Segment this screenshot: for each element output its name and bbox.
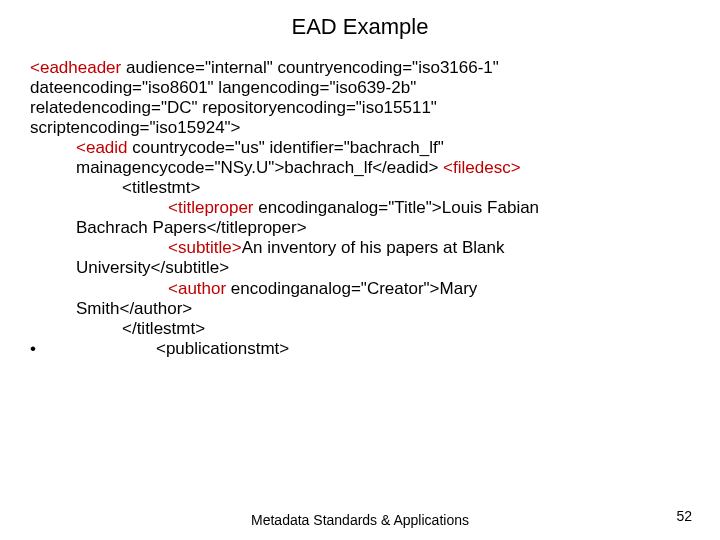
line-15: •<publicationstmt> — [30, 339, 690, 359]
tag-subtitle: <subtitle> — [168, 238, 242, 257]
footer: Metadata Standards & Applications 52 — [0, 512, 720, 528]
line-5: <eadid countrycode="us" identifier="bach… — [76, 138, 690, 158]
attrs-12: encodinganalog="Creator">Mary — [226, 279, 477, 298]
page-number: 52 — [676, 508, 692, 524]
tag-author: <author — [168, 279, 226, 298]
line-9: Bachrach Papers</titleproper> — [76, 218, 690, 238]
line-4: scriptencoding="iso15924"> — [30, 118, 690, 138]
line-2: dateencoding="iso8601" langencoding="iso… — [30, 78, 690, 98]
line-12: <author encodinganalog="Creator">Mary — [168, 279, 690, 299]
footer-center: Metadata Standards & Applications — [0, 512, 720, 528]
tag-titleproper: <titleproper — [168, 198, 254, 217]
bullet: • — [30, 339, 36, 358]
text-10b: An inventory of his papers at Blank — [242, 238, 505, 257]
attrs-5: countrycode="us" identifier="bachrach_lf… — [128, 138, 444, 157]
tag-eadheader: <eadheader — [30, 58, 121, 77]
line-7: <titlestmt> — [122, 178, 690, 198]
line-3: relatedencoding="DC" repositoryencoding=… — [30, 98, 690, 118]
tag-eadid: <eadid — [76, 138, 128, 157]
line-13: Smith</author> — [76, 299, 690, 319]
line-6: mainagencycode="NSy.U">bachrach_lf</eadi… — [76, 158, 690, 178]
line-14: </titlestmt> — [122, 319, 690, 339]
attrs-1: audience="internal" countryencoding="iso… — [121, 58, 499, 77]
tag-publicationstmt: <publicationstmt> — [156, 339, 289, 358]
line-10: <subtitle>An inventory of his papers at … — [168, 238, 690, 258]
line-8: <titleproper encodinganalog="Title">Loui… — [168, 198, 690, 218]
line-11: University</subtitle> — [76, 258, 690, 278]
text-6a: mainagencycode="NSy.U">bachrach_lf</eadi… — [76, 158, 443, 177]
tag-filedesc: <filedesc> — [443, 158, 521, 177]
attrs-8: encodinganalog="Title">Louis Fabian — [254, 198, 540, 217]
line-1: <eadheader audience="internal" countryen… — [30, 58, 690, 78]
code-block: <eadheader audience="internal" countryen… — [0, 58, 720, 359]
slide-title: EAD Example — [0, 0, 720, 58]
